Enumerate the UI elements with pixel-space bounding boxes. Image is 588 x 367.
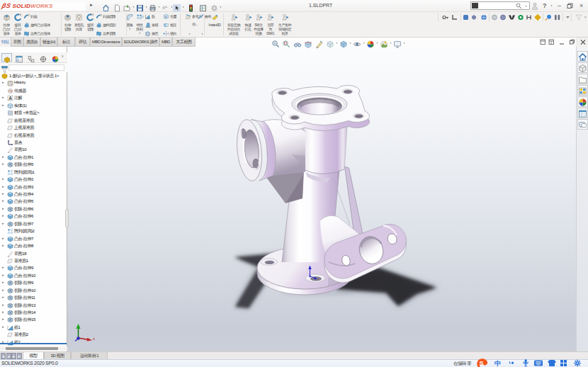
svg-text:S: S <box>479 360 483 367</box>
svg-text:x: x <box>93 337 95 341</box>
svg-text:中: 中 <box>494 360 501 367</box>
svg-text:A: A <box>9 96 12 101</box>
